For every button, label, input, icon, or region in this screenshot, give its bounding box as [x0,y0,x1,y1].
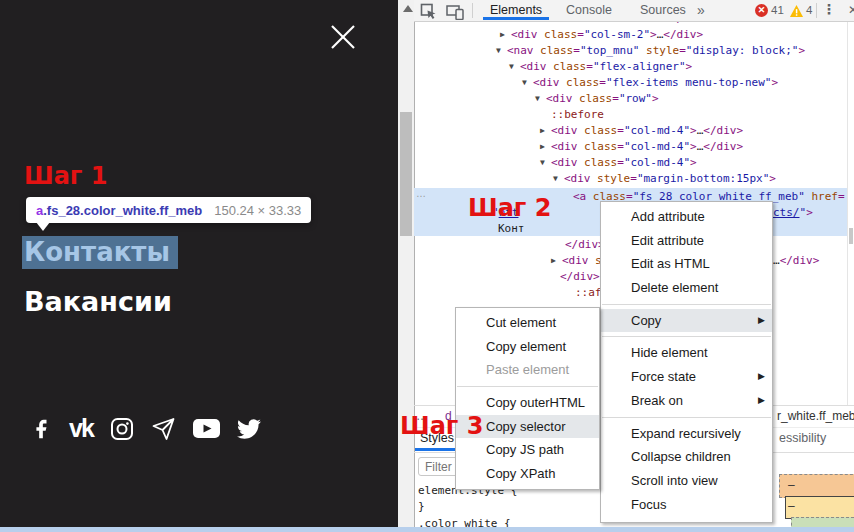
context-menu-item-force-state[interactable]: Force state▶ [601,365,772,389]
youtube-icon[interactable] [193,417,220,440]
facebook-icon[interactable] [30,417,52,441]
context-menu-item-edit-attribute[interactable]: Edit attribute [601,229,772,253]
context-menu-item-copy[interactable]: Copy▶ [601,309,772,333]
context-menu-item-expand-recursively[interactable]: Expand recursively [601,422,772,446]
expanded-arrow-icon[interactable]: ▼ [535,94,546,103]
dom-tree-row[interactable]: ::before [551,108,604,124]
devtools-close-icon[interactable]: ✕ [848,3,854,17]
dom-tree-row[interactable]: Конт [498,222,525,238]
expanded-arrow-icon[interactable]: ▼ [509,62,520,71]
step3-label: Шаг 3 [400,412,483,440]
device-toolbar-icon[interactable] [446,3,464,20]
dom-tree-row[interactable]: ▶<div class="col-sm-2">…</div> [500,28,703,44]
dom-tree-row[interactable]: ▼<div class="flex-aligner"> [509,60,692,76]
tab-console[interactable]: Console [566,3,612,17]
instagram-icon[interactable] [110,417,134,441]
dom-tree-row[interactable]: ▼<div class="col-md-4"> [540,156,697,172]
context-menu-item-hide-element[interactable]: Hide element [601,341,772,365]
rule-close-brace: } [418,500,425,513]
dom-tree-row[interactable]: ▼<div class="row"> [535,92,659,108]
dom-tree-row[interactable]: ▶<div s [551,254,602,270]
context-menu-item-break-on[interactable]: Break on▶ [601,389,772,413]
dom-tree-row[interactable]: ▼<div class="flex-items menu-top-new"> [522,76,778,92]
dom-code-segment: "flex-items menu-top-new" [606,76,772,89]
page-scrollbar[interactable] [398,0,414,532]
dom-tree-row[interactable]: ▶<div class="col-md-4">…</div> [540,124,743,140]
context-menu-item-add-attribute[interactable]: Add attribute [601,205,772,229]
dom-code-segment: class [547,60,587,73]
context-menu-item-focus[interactable]: Focus [601,493,772,517]
error-badge-icon[interactable]: ✕ [755,4,768,17]
dom-code-segment: <div [551,140,578,153]
breadcrumb-selected-tail[interactable]: r_white.ff_meb [777,409,854,423]
toolbar-separator [472,3,473,18]
collapsed-arrow-icon[interactable]: ▶ [551,256,562,265]
menu-link-contacts[interactable]: Контакты [22,236,178,269]
expanded-arrow-icon[interactable]: ▼ [540,158,551,167]
expanded-arrow-icon[interactable]: ▼ [522,78,533,87]
menu-link-vacancies[interactable]: Вакансии [24,286,172,317]
context-menu-separator [601,413,772,422]
collapsed-arrow-icon[interactable]: ▶ [500,30,511,39]
context-menu-item-scroll-into-view[interactable]: Scroll into view [601,469,772,493]
dom-tree-scrollbar-thumb[interactable] [849,228,853,244]
dom-code-segment: <div [533,76,560,89]
vacancies-label: Вакансии [24,286,172,317]
inspect-element-icon[interactable] [420,3,437,20]
vk-icon[interactable]: vk [69,414,93,443]
copy-submenu-item-copy-element[interactable]: Copy element [456,335,599,359]
box-model-border [785,496,854,519]
copy-submenu: Cut elementCopy elementPaste elementCopy… [455,307,600,490]
twitter-icon[interactable] [237,417,261,441]
dom-code-segment: "margin-bottom:15px" [637,172,769,185]
contacts-label: Контакты [24,237,170,267]
tab-sources[interactable]: Sources [640,3,686,17]
warning-badge-icon[interactable] [789,4,804,18]
dom-code-segment: "display: block;" [686,44,799,57]
tab-accessibility-partial[interactable]: essibility [779,431,826,445]
more-tabs-chevron-icon[interactable]: » [697,2,705,18]
close-icon[interactable] [330,24,356,50]
context-menu-item-delete-element[interactable]: Delete element [601,276,772,300]
copy-submenu-separator [456,382,599,391]
active-tab-underline [483,17,549,20]
dom-code-segment: > [771,76,778,89]
dom-tree-row[interactable]: ▼<nav class="top_mnu" style="display: bl… [496,44,805,60]
dom-tree-row[interactable]: cts/"> [773,206,813,222]
dom-code-segment: <div [564,172,591,185]
context-menu-item-edit-as-html[interactable]: Edit as HTML [601,252,772,276]
dom-tree-row[interactable]: …</div> [773,254,819,270]
dom-code-segment: "top_mnu" [580,44,640,57]
dom-row-gutter-ellipsis[interactable]: … [416,188,426,199]
context-menu-separator [601,332,772,341]
scrollbar-up-arrow-icon[interactable] [403,5,413,12]
dom-code-segment: = [679,44,686,57]
page-scrollbar-thumb[interactable] [400,112,412,236]
copy-submenu-item-copy-xpath[interactable]: Copy XPath [456,462,599,486]
context-menu-item-collapse-children[interactable]: Collapse children [601,445,772,469]
devtools-menu-kebab-icon[interactable]: ⋮ [822,1,836,17]
dom-tree-scrollbar[interactable] [847,21,854,405]
dom-code-segment: = [838,190,845,203]
dom-code-segment: </div> [560,270,600,283]
tab-elements[interactable]: Elements [490,3,542,17]
copy-submenu-item-copy-js-path[interactable]: Copy JS path [456,438,599,462]
dom-tree-row[interactable]: ▼<div style="margin-bottom:15px"> [553,172,776,188]
dom-code-segment: = [617,156,624,169]
expanded-arrow-icon[interactable]: ▼ [496,46,507,55]
telegram-icon[interactable] [151,417,176,441]
dom-code-segment: "col-md-4" [624,124,690,137]
copy-submenu-item-cut-element[interactable]: Cut element [456,311,599,335]
dom-tree-row[interactable]: </div> [560,270,600,286]
dom-tree-row[interactable]: ▶<div class="col-md-4">…</div> [540,140,743,156]
warning-count[interactable]: 4 [806,4,812,16]
dom-code-segment: class [578,140,618,153]
expanded-arrow-icon[interactable]: ▼ [553,174,564,183]
dom-tree-row[interactable]: </div> [565,238,605,254]
collapsed-arrow-icon[interactable]: ▶ [540,142,551,151]
context-menu: Add attributeEdit attributeEdit as HTMLD… [600,201,773,523]
step2-label: Шаг 2 [468,194,551,222]
submenu-arrow-icon: ▶ [758,389,765,413]
error-count[interactable]: 41 [771,4,784,16]
collapsed-arrow-icon[interactable]: ▶ [540,126,551,135]
